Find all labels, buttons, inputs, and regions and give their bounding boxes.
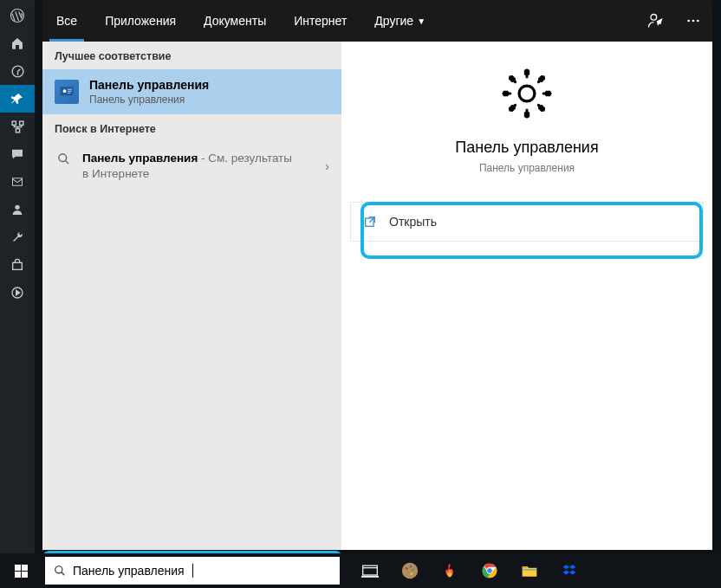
svg-point-27 (410, 572, 412, 575)
feedback-icon[interactable] (636, 12, 674, 29)
search-value: Панель управления (73, 564, 185, 578)
open-external-icon (363, 215, 377, 229)
tab-apps[interactable]: Приложения (91, 0, 190, 42)
web-search-header: Поиск в Интернете (42, 114, 341, 142)
dashboard-icon[interactable] (0, 57, 35, 85)
windows-logo-icon (15, 565, 28, 578)
svg-rect-15 (68, 91, 72, 92)
svg-point-9 (687, 20, 690, 23)
best-match-title: Панель управления (89, 78, 209, 92)
search-icon (55, 152, 72, 165)
svg-rect-6 (13, 262, 23, 269)
open-button[interactable]: Открыть (350, 202, 704, 242)
gear-icon (499, 66, 555, 121)
play-icon[interactable] (0, 279, 35, 307)
more-icon[interactable] (674, 13, 712, 29)
search-flyout: Все Приложения Документы Интернет Другие… (42, 0, 712, 550)
pin-icon[interactable] (0, 85, 35, 113)
svg-point-13 (63, 89, 67, 93)
svg-point-5 (15, 205, 19, 210)
wrench-icon[interactable] (0, 223, 35, 251)
wp-admin-sidebar (0, 0, 35, 554)
svg-rect-3 (19, 121, 23, 125)
search-body: Лучшее соответствие Панель управления Па… (42, 42, 712, 550)
text-cursor (192, 564, 193, 578)
preview-title: Панель управления (455, 139, 598, 157)
best-match-subtitle: Панель управления (89, 94, 209, 106)
taskbar-app-chrome[interactable] (470, 553, 510, 588)
home-icon[interactable] (0, 29, 35, 57)
best-match-header: Лучшее соответствие (42, 42, 341, 69)
web-search-item[interactable]: Панель управления - См. результаты в Инт… (42, 142, 341, 191)
chevron-right-icon: › (325, 159, 329, 173)
svg-rect-14 (68, 89, 72, 90)
svg-point-20 (55, 566, 62, 573)
taskbar-app-explorer[interactable] (510, 553, 549, 588)
svg-point-8 (651, 15, 657, 21)
svg-point-26 (412, 569, 414, 572)
wordpress-icon[interactable] (0, 2, 35, 29)
user-icon[interactable] (0, 196, 35, 223)
preview-column: Панель управления Панель управления Откр… (341, 42, 712, 550)
search-icon (54, 565, 66, 577)
tab-more-label: Другие (374, 14, 413, 28)
svg-point-11 (697, 20, 699, 23)
taskbar-app-flame[interactable] (430, 553, 470, 588)
svg-point-10 (692, 20, 695, 23)
tab-all[interactable]: Все (42, 0, 91, 42)
taskbar: Панель управления (0, 553, 721, 588)
svg-rect-4 (16, 128, 19, 132)
tab-documents[interactable]: Документы (190, 0, 280, 42)
svg-point-25 (410, 565, 412, 568)
svg-point-18 (519, 86, 535, 101)
mail-icon[interactable] (0, 168, 35, 196)
svg-rect-31 (523, 569, 537, 570)
web-query: Панель управления (82, 152, 198, 165)
svg-rect-22 (361, 576, 379, 578)
svg-point-17 (58, 154, 66, 162)
open-label: Открыть (389, 215, 437, 229)
svg-rect-16 (68, 93, 70, 94)
chevron-down-icon: ▼ (417, 16, 425, 26)
network-icon[interactable] (0, 113, 35, 140)
taskbar-app-dropbox[interactable] (549, 553, 589, 588)
results-column: Лучшее соответствие Панель управления Па… (42, 42, 341, 550)
start-button[interactable] (0, 553, 42, 588)
task-view-button[interactable] (350, 553, 390, 588)
tab-web[interactable]: Интернет (280, 0, 360, 42)
svg-rect-2 (12, 121, 16, 125)
taskbar-app-paint[interactable] (390, 553, 430, 588)
preview-subtitle: Панель управления (479, 162, 575, 174)
svg-rect-21 (363, 565, 378, 575)
store-icon[interactable] (0, 251, 35, 279)
search-tabs: Все Приложения Документы Интернет Другие… (42, 0, 712, 42)
comment-icon[interactable] (0, 140, 35, 168)
best-match-item[interactable]: Панель управления Панель управления (42, 69, 341, 114)
taskbar-search-input[interactable]: Панель управления (45, 557, 340, 585)
tab-more[interactable]: Другие ▼ (360, 0, 439, 42)
control-panel-icon (55, 80, 79, 104)
svg-point-24 (406, 567, 408, 570)
